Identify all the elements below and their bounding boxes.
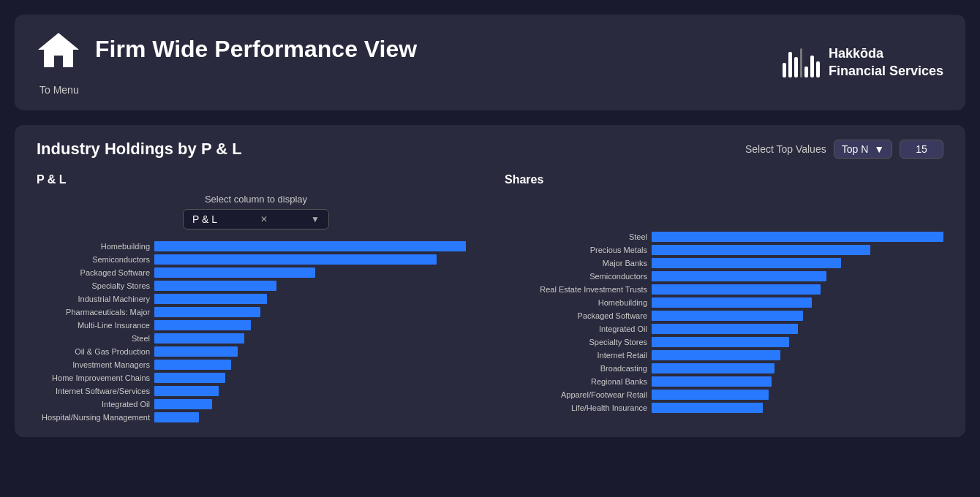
top-n-value-input[interactable]: 15	[900, 140, 943, 159]
chevron-down-icon: ▼	[874, 143, 884, 155]
bar-label: Precious Metals	[505, 246, 647, 254]
bar-fill	[154, 386, 219, 396]
bar-label: Integrated Oil	[37, 400, 150, 409]
bar-label: Life/Health Insurance	[505, 403, 647, 412]
bar-label: Hospital/Nursing Management	[37, 413, 150, 422]
table-row: Real Estate Investment Trusts	[505, 284, 943, 295]
main-card: Industry Holdings by P & L Select Top Va…	[15, 125, 965, 437]
table-row: Specialty Stores	[37, 281, 475, 291]
bar-label: Oil & Gas Production	[37, 347, 150, 356]
table-row: Homebuilding	[37, 241, 475, 251]
table-row: Internet Software/Services	[37, 386, 475, 396]
table-row: Semiconductors	[37, 254, 475, 265]
table-row: Home Improvement Chains	[37, 373, 475, 383]
brand-name: HakkōdaFinancial Services	[829, 45, 943, 80]
table-row: Packaged Software	[505, 311, 943, 321]
section-header: Industry Holdings by P & L Select Top Va…	[37, 140, 943, 159]
bar-fill	[154, 320, 251, 330]
bar-fill	[652, 324, 798, 334]
bar-label: Packaged Software	[37, 268, 150, 277]
bar-label: Major Banks	[505, 259, 647, 268]
column-select-dropdown[interactable]: P & L ✕ ▼	[183, 209, 329, 229]
bar-label: Specialty Stores	[505, 338, 647, 346]
table-row: Specialty Stores	[505, 337, 943, 347]
table-row: Life/Health Insurance	[505, 403, 943, 413]
clear-selection-icon[interactable]: ✕	[260, 214, 268, 224]
table-row: Semiconductors	[505, 271, 943, 281]
table-row: Internet Retail	[505, 350, 943, 360]
bar-fill	[652, 311, 803, 321]
bar-fill	[652, 232, 943, 242]
bar-fill	[652, 350, 780, 360]
table-row: Packaged Software	[37, 268, 475, 278]
bar-fill	[154, 412, 199, 422]
bar-label: Home Improvement Chains	[37, 373, 150, 382]
column-select-area: Select column to display P & L ✕ ▼	[37, 194, 475, 229]
chevron-down-icon[interactable]: ▼	[311, 214, 320, 224]
selected-column-value: P & L	[192, 213, 217, 225]
bar-fill	[652, 284, 821, 295]
column-select-label: Select column to display	[37, 194, 475, 205]
bar-fill	[154, 294, 267, 304]
shares-bar-chart: SteelPrecious MetalsMajor BanksSemicondu…	[505, 232, 943, 413]
top-n-dropdown[interactable]: Top N ▼	[834, 140, 892, 159]
bar-fill	[154, 360, 231, 370]
brand-bars-icon	[783, 48, 820, 77]
bar-label: Steel	[37, 334, 150, 343]
shares-chart-title: Shares	[505, 173, 943, 186]
top-controls: Select Top Values Top N ▼ 15	[745, 140, 943, 159]
bar-label: Steel	[505, 232, 647, 241]
bar-label: Regional Banks	[505, 377, 647, 386]
bar-label: Multi-Line Insurance	[37, 321, 150, 330]
table-row: Industrial Machinery	[37, 294, 475, 304]
table-row: Integrated Oil	[37, 399, 475, 409]
table-row: Integrated Oil	[505, 324, 943, 334]
bar-fill	[154, 399, 212, 409]
bar-label: Packaged Software	[505, 311, 647, 320]
svg-marker-0	[38, 33, 79, 67]
table-row: Multi-Line Insurance	[37, 320, 475, 330]
pl-chart-section: P & L Select column to display P & L ✕ ▼…	[37, 173, 475, 422]
bar-label: Broadcasting	[505, 364, 647, 373]
bar-label: Apparel/Footwear Retail	[505, 390, 647, 399]
bar-fill	[154, 307, 260, 317]
bar-fill	[154, 241, 466, 251]
table-row: Steel	[37, 333, 475, 344]
bar-label: Investment Managers	[37, 360, 150, 369]
pl-chart-title: P & L	[37, 173, 475, 186]
to-menu-link[interactable]: To Menu	[39, 84, 79, 96]
select-top-label: Select Top Values	[745, 143, 826, 155]
table-row: Pharmaceuticals: Major	[37, 307, 475, 317]
table-row: Homebuilding	[505, 297, 943, 308]
table-row: Major Banks	[505, 258, 943, 268]
bar-fill	[652, 363, 774, 373]
section-title: Industry Holdings by P & L	[37, 140, 242, 159]
table-row: Precious Metals	[505, 245, 943, 255]
bar-label: Homebuilding	[505, 298, 647, 307]
bar-fill	[652, 245, 870, 255]
charts-container: P & L Select column to display P & L ✕ ▼…	[37, 173, 943, 422]
bar-fill	[652, 297, 812, 308]
table-row: Hospital/Nursing Management	[37, 412, 475, 422]
bar-label: Pharmaceuticals: Major	[37, 308, 150, 316]
bar-fill	[652, 390, 769, 400]
bar-fill	[652, 376, 772, 387]
bar-fill	[154, 346, 238, 357]
bar-fill	[154, 373, 225, 383]
bar-label: Internet Retail	[505, 351, 647, 360]
bar-label: Homebuilding	[37, 242, 150, 251]
header: Firm Wide Performance View To Menu Hakkō…	[15, 15, 965, 110]
pl-bar-chart: HomebuildingSemiconductorsPackaged Softw…	[37, 241, 475, 422]
table-row: Oil & Gas Production	[37, 346, 475, 357]
table-row: Investment Managers	[37, 360, 475, 370]
bar-label: Integrated Oil	[505, 325, 647, 333]
bar-fill	[154, 268, 315, 278]
bar-label: Real Estate Investment Trusts	[505, 285, 647, 294]
table-row: Apparel/Footwear Retail	[505, 390, 943, 400]
home-icon	[37, 29, 80, 69]
table-row: Broadcasting	[505, 363, 943, 373]
header-title-row: Firm Wide Performance View	[37, 29, 417, 69]
page-title: Firm Wide Performance View	[95, 36, 417, 63]
bar-label: Internet Software/Services	[37, 387, 150, 395]
bar-label: Semiconductors	[37, 255, 150, 264]
